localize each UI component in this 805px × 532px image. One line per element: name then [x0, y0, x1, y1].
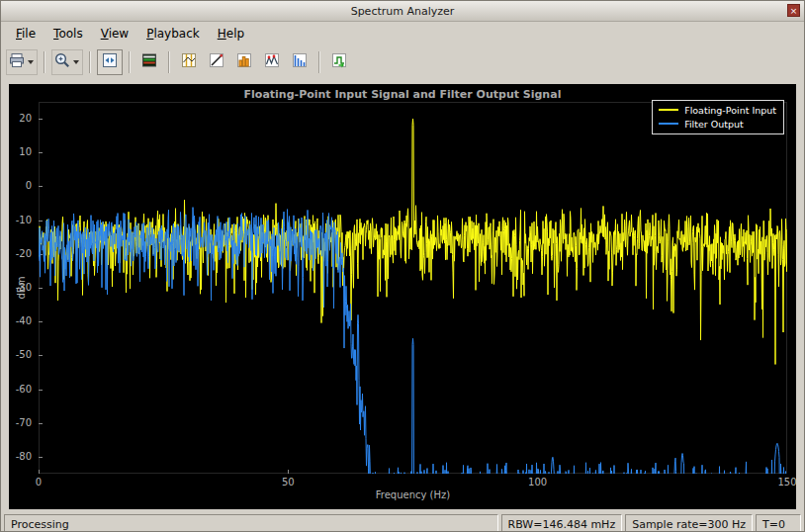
dropdown-caret-icon — [28, 60, 34, 64]
scale-axes-icon — [101, 51, 119, 73]
y-tick-label: -20 — [16, 249, 32, 259]
spectrum-display: Floating-Point Input Signal and Filter O… — [9, 84, 796, 509]
x-tick-label: 50 — [282, 477, 295, 488]
legend-label-output: Filter Output — [684, 119, 744, 130]
y-tick-label: -80 — [16, 452, 32, 462]
cursor-measurements-button[interactable] — [176, 49, 202, 75]
histogram-icon — [235, 51, 253, 73]
spectrogram-button[interactable] — [136, 49, 162, 75]
spectral-mask-icon — [330, 51, 348, 73]
status-processing: Processing — [4, 514, 498, 532]
close-icon: × — [790, 6, 798, 16]
toolbar-separator — [44, 51, 45, 73]
window-title: Spectrum Analyzer — [1, 5, 804, 18]
legend-line-sample-input — [659, 109, 678, 111]
status-sample-rate: Sample rate=300 Hz — [625, 514, 753, 532]
menu-help[interactable]: Help — [209, 24, 253, 43]
dropdown-caret-icon — [73, 60, 79, 64]
close-button[interactable]: × — [787, 4, 800, 17]
plot-title: Floating-Point Input Signal and Filter O… — [9, 84, 796, 101]
signal-statistics-icon — [208, 51, 225, 73]
status-rbw: RBW=146.484 mHz — [501, 514, 623, 532]
ccdf-measurements-button[interactable] — [231, 49, 257, 75]
zoom-icon — [53, 51, 71, 73]
status-time: T=0 — [756, 514, 801, 532]
cursor-measurements-icon — [180, 51, 198, 73]
legend[interactable]: Floating-Point Input Filter Output — [652, 100, 784, 134]
legend-entry: Filter Output — [659, 118, 776, 130]
x-tick-label: 0 — [36, 477, 42, 488]
y-axis-label: dBm — [16, 277, 27, 300]
menu-bar: File Tools View Playback Help — [1, 22, 804, 44]
spectrum-analyzer-window: { "window": { "title": "Spectrum Analyze… — [0, 0, 805, 532]
peak-finder-button[interactable] — [259, 49, 285, 75]
legend-label-input: Floating-Point Input — [684, 105, 776, 116]
status-bar: Processing RBW=146.484 mHz Sample rate=3… — [4, 514, 801, 532]
y-tick-label: -10 — [16, 216, 32, 225]
peak-finder-icon — [263, 51, 281, 73]
menu-view[interactable]: View — [92, 24, 137, 43]
y-tick-label: -40 — [16, 316, 32, 326]
menu-file[interactable]: File — [7, 24, 45, 43]
zoom-button[interactable] — [51, 49, 83, 75]
y-tick-label: 20 — [19, 114, 32, 124]
x-tick-label: 150 — [777, 477, 796, 488]
legend-entry: Floating-Point Input — [659, 104, 776, 116]
y-tick-label: 0 — [26, 181, 32, 191]
spectrogram-icon — [140, 51, 158, 73]
print-icon — [8, 51, 26, 73]
print-button[interactable] — [6, 49, 38, 75]
legend-line-sample-output — [659, 123, 678, 125]
y-tick-label: 10 — [19, 147, 32, 157]
menu-tools[interactable]: Tools — [45, 24, 92, 43]
y-tick-label: -70 — [16, 418, 32, 428]
spectral-mask-button[interactable] — [326, 49, 352, 75]
title-bar[interactable]: Spectrum Analyzer × — [1, 1, 804, 22]
toolbar-separator — [168, 51, 170, 73]
spectrum-canvas[interactable] — [39, 102, 787, 474]
x-tick-label: 100 — [528, 477, 547, 488]
toolbar — [1, 44, 804, 80]
x-axis-label: Frequency (Hz) — [39, 489, 787, 500]
toolbar-separator — [129, 51, 131, 73]
toolbar-separator — [318, 51, 320, 73]
y-tick-label: -60 — [16, 385, 32, 395]
x-axis-tick-labels: 050100150 — [39, 477, 787, 488]
scale-axes-button[interactable] — [97, 49, 123, 75]
toolbar-separator — [89, 51, 91, 73]
signal-statistics-button[interactable] — [204, 49, 229, 75]
distortion-measurements-button[interactable] — [287, 49, 313, 75]
distortion-icon — [291, 51, 309, 73]
y-tick-label: -50 — [16, 350, 32, 360]
menu-playback[interactable]: Playback — [137, 24, 209, 43]
